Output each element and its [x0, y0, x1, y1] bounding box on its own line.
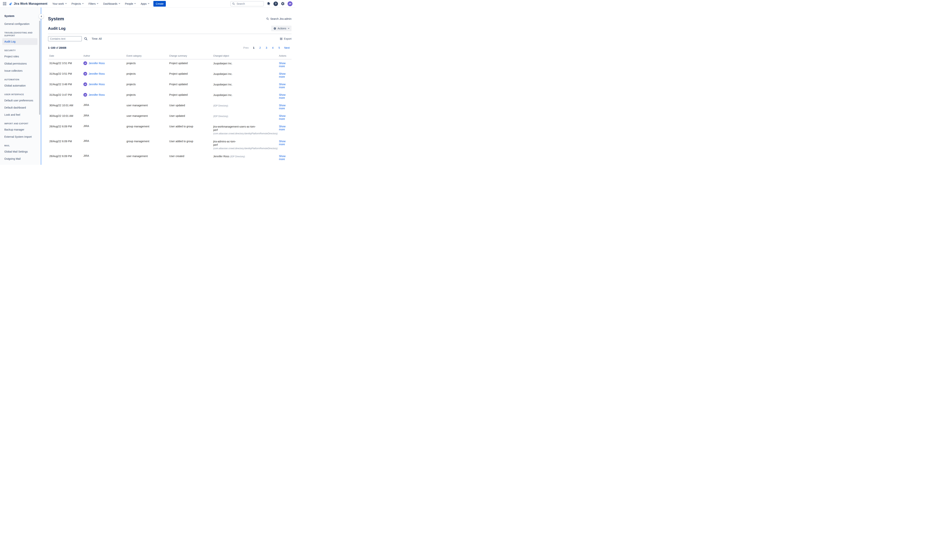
- chevron-down-icon: [148, 3, 149, 4]
- show-more-link[interactable]: Show more: [279, 155, 285, 161]
- cell-author: JRJennifer Ross: [83, 62, 126, 65]
- column-header-actions: Actions: [279, 55, 291, 57]
- sidebar-section: General configuration: [2, 20, 37, 27]
- global-search-input[interactable]: [236, 2, 262, 5]
- cell-date: 31/Aug/22 3:47 PM: [48, 93, 83, 96]
- author-system: JIRA: [83, 154, 89, 157]
- app-title: Jira Work Management: [14, 2, 48, 5]
- author-link[interactable]: Jennifer Ross: [89, 93, 105, 96]
- cell-author: JIRA: [83, 125, 126, 128]
- sidebar-section: TROUBLESHOOTING AND SUPPORTAudit Log: [2, 31, 37, 45]
- nav-menu-label: Dashboards: [103, 2, 117, 5]
- nav-menu-your-work[interactable]: Your work: [52, 2, 67, 5]
- changed-object-line: Juupobejani Inc.: [213, 93, 279, 97]
- cell-change-summary: Project updated: [169, 72, 213, 75]
- chevron-left-icon: [41, 15, 42, 17]
- filter-search-icon[interactable]: [84, 37, 88, 40]
- sidebar-collapse-button[interactable]: [39, 14, 44, 19]
- changed-object-name: Jennifer Ross: [213, 155, 230, 158]
- pagination-page-2[interactable]: 2: [257, 46, 263, 50]
- sidebar-item-global-mail-settings[interactable]: Global Mail Settings: [2, 148, 37, 155]
- show-more-link[interactable]: Show more: [279, 62, 285, 68]
- sidebar-item-look-and-feel[interactable]: Look and feel: [2, 111, 37, 118]
- nav-menu-dashboards[interactable]: Dashboards: [103, 2, 120, 5]
- show-more-link[interactable]: Show more: [279, 83, 285, 89]
- cell-date: 31/Aug/22 3:48 PM: [48, 83, 83, 86]
- global-search[interactable]: [230, 1, 264, 6]
- author-system: JIRA: [83, 114, 89, 117]
- sidebar-item-outgoing-mail[interactable]: Outgoing Mail: [2, 155, 37, 162]
- show-more-link[interactable]: Show more: [279, 104, 285, 110]
- sidebar-item-project-roles[interactable]: Project roles: [2, 53, 37, 60]
- search-jira-admin-link[interactable]: Search Jira admin: [266, 17, 291, 20]
- contains-text-input[interactable]: [48, 36, 82, 42]
- cell-author: JIRA: [83, 139, 126, 142]
- author-link[interactable]: Jennifer Ross: [89, 83, 105, 86]
- sidebar-section-header: USER INTERFACE: [2, 93, 37, 96]
- author-link[interactable]: Jennifer Ross: [89, 62, 105, 65]
- cell-event-category: projects: [126, 93, 169, 96]
- sidebar-item-backup-manager[interactable]: Backup manager: [2, 126, 37, 133]
- sidebar-item-global-permissions[interactable]: Global permissions: [2, 60, 37, 67]
- sidebar-item-general-configuration[interactable]: General configuration: [2, 20, 37, 27]
- pagination-next[interactable]: Next: [282, 46, 291, 50]
- table-row: 31/Aug/22 3:51 PM JRJennifer Ross projec…: [48, 70, 291, 80]
- sidebar-item-audit-log[interactable]: Audit Log: [2, 38, 37, 45]
- show-more-link[interactable]: Show more: [279, 125, 285, 131]
- nav-menu-projects[interactable]: Projects: [71, 2, 84, 5]
- help-icon[interactable]: ?: [273, 2, 278, 6]
- create-button[interactable]: Create: [153, 1, 166, 6]
- nav-menu-apps[interactable]: Apps: [140, 2, 149, 5]
- table-row: 26/Aug/22 6:09 PM JIRA group management …: [48, 123, 291, 137]
- time-filter-dropdown[interactable]: Time: All: [92, 37, 102, 40]
- changed-object-directory: (IDP Directory): [213, 115, 228, 118]
- nav-menu-label: Projects: [71, 2, 81, 5]
- nav-menu-people[interactable]: People: [125, 2, 136, 5]
- sidebar-section: MAILGlobal Mail SettingsOutgoing MailInc…: [2, 144, 37, 165]
- sidebar-scrollbar[interactable]: [39, 21, 40, 115]
- cell-changed-object: Juupobejani Inc.: [213, 83, 279, 86]
- sidebar-section-header: AUTOMATION: [2, 78, 37, 81]
- actions-button[interactable]: Actions: [271, 26, 291, 31]
- author-link[interactable]: Jennifer Ross: [89, 72, 105, 75]
- pagination-page-4[interactable]: 4: [270, 46, 276, 50]
- sidebar-item-default-dashboard[interactable]: Default dashboard: [2, 104, 37, 111]
- table-row: 31/Aug/22 3:48 PM JRJennifer Ross projec…: [48, 80, 291, 91]
- export-button[interactable]: Export: [280, 37, 291, 40]
- table-header-row: DateAuthorEvent categoryChange summaryCh…: [48, 55, 291, 60]
- changed-object-name: Juupobejani Inc.: [213, 72, 233, 75]
- nav-menu-filters[interactable]: Filters: [88, 2, 98, 5]
- settings-gear-icon[interactable]: [281, 2, 285, 6]
- pagination-page-5[interactable]: 5: [276, 46, 282, 50]
- sidebar-item-default-user-preferences[interactable]: Default user preferences: [2, 97, 37, 104]
- changed-object-line: perf (com.atlassian.crowd.directory.Iden…: [213, 128, 279, 135]
- chevron-down-icon: [97, 3, 99, 4]
- results-count: 1–100 of 28408: [48, 46, 66, 49]
- column-header-changed-object: Changed object: [213, 55, 279, 57]
- cell-date: 26/Aug/22 6:09 PM: [48, 140, 83, 143]
- show-more-link[interactable]: Show more: [279, 114, 285, 120]
- sidebar-item-issue-collectors[interactable]: Issue collectors: [2, 67, 37, 74]
- sidebar-item-incoming-mail[interactable]: Incoming Mail: [2, 163, 37, 165]
- audit-log-title: Audit Log: [48, 26, 66, 31]
- pagination-prev[interactable]: Prev: [241, 46, 251, 50]
- author-system: JIRA: [83, 139, 89, 142]
- changed-object-line: jira-workmanagement-users-ac-tom-: [213, 125, 279, 128]
- show-more-link[interactable]: Show more: [279, 72, 285, 78]
- cell-date: 31/Aug/22 3:51 PM: [48, 72, 83, 75]
- pagination-page-3[interactable]: 3: [263, 46, 270, 50]
- notifications-bell-icon[interactable]: [267, 2, 271, 6]
- sidebar-resize-handle[interactable]: [41, 8, 41, 165]
- cell-date: 30/Aug/22 10:01 AM: [48, 104, 83, 107]
- app-switcher-icon[interactable]: [3, 2, 6, 5]
- show-more-link[interactable]: Show more: [279, 93, 285, 99]
- jira-logo[interactable]: Jira Work Management: [8, 2, 48, 6]
- cell-changed-object: jira-admins-ac-tom-perf (com.atlassian.c…: [213, 140, 279, 150]
- chevron-down-icon: [65, 3, 67, 4]
- user-avatar[interactable]: JR: [288, 1, 293, 6]
- show-more-link[interactable]: Show more: [279, 140, 285, 146]
- sidebar-item-global-automation[interactable]: Global automation: [2, 82, 37, 89]
- sidebar-item-external-system-import[interactable]: External System Import: [2, 133, 37, 140]
- changed-object-name: perf: [213, 143, 218, 146]
- cell-author: JRJennifer Ross: [83, 93, 126, 97]
